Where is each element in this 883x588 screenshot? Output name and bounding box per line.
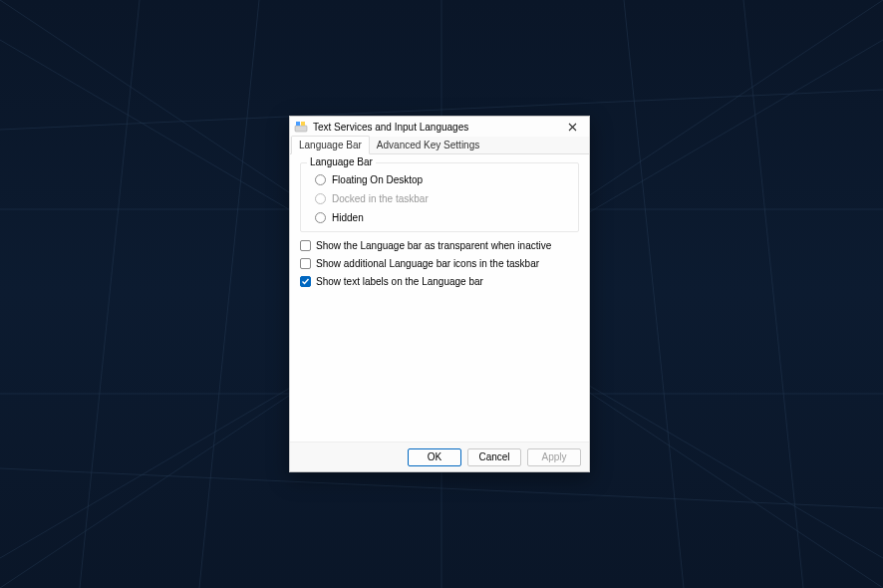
radio-icon [315,212,326,223]
tab-strip: Language Bar Advanced Key Settings [290,137,589,154]
button-bar: OK Cancel Apply [290,441,589,471]
radio-hidden[interactable]: Hidden [315,212,570,223]
checkbox-icon [300,240,311,251]
radio-label: Floating On Desktop [332,174,423,185]
tab-label: Language Bar [299,140,362,150]
svg-rect-15 [295,126,307,132]
tab-advanced-key-settings[interactable]: Advanced Key Settings [370,137,486,153]
checkbox-label: Show the Language bar as transparent whe… [316,240,551,251]
svg-line-6 [743,0,803,588]
svg-rect-16 [296,122,300,126]
text-services-dialog: Text Services and Input Languages Langua… [289,116,590,472]
radio-icon [315,174,326,185]
language-bar-group: Language Bar Floating On Desktop Docked … [300,162,579,232]
checkbox-icon [300,258,311,269]
button-label: Apply [541,451,566,462]
cancel-button[interactable]: Cancel [467,448,521,466]
titlebar: Text Services and Input Languages [290,117,589,137]
svg-line-5 [80,0,140,588]
radio-label: Docked in the taskbar [332,193,429,204]
checkbox-additional-icons[interactable]: Show additional Language bar icons in th… [300,258,579,269]
button-label: OK [428,451,442,462]
group-legend: Language Bar [307,156,376,167]
apply-button: Apply [527,448,581,466]
radio-label: Hidden [332,212,364,223]
button-label: Cancel [478,451,509,462]
radio-floating-on-desktop[interactable]: Floating On Desktop [315,174,570,185]
checkbox-text-labels[interactable]: Show text labels on the Language bar [300,276,579,287]
radio-icon [315,193,326,204]
checkbox-transparent-when-inactive[interactable]: Show the Language bar as transparent whe… [300,240,579,251]
svg-line-12 [624,0,684,588]
tab-language-bar[interactable]: Language Bar [291,136,370,154]
app-icon [294,121,308,133]
checkbox-label: Show text labels on the Language bar [316,276,483,287]
ok-button[interactable]: OK [408,448,461,466]
close-button[interactable] [559,118,585,136]
svg-rect-17 [301,122,305,126]
checkbox-label: Show additional Language bar icons in th… [316,258,539,269]
radio-docked-in-taskbar: Docked in the taskbar [315,193,570,204]
svg-line-11 [199,0,259,588]
tab-content: Language Bar Floating On Desktop Docked … [290,154,589,441]
dialog-title: Text Services and Input Languages [313,122,559,133]
checkbox-icon [300,276,311,287]
tab-label: Advanced Key Settings [377,140,479,150]
